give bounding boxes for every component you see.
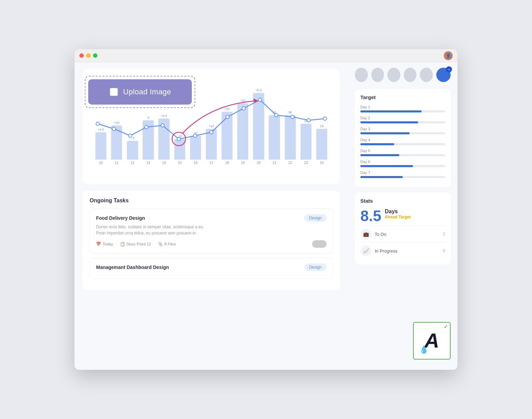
bar-label-bottom: 18 [225, 161, 229, 165]
avatar-row: ↗ [355, 68, 451, 82]
stat-item-count: 2 [443, 232, 445, 236]
day-bar-bg [360, 154, 445, 156]
bar-label-top: - 9 [131, 137, 134, 140]
stat-item: 📈In Progress0 [360, 242, 445, 259]
bar [316, 129, 327, 160]
target-section: Target Day 1Day 2Day 3Day 4Day 5Day 6Day… [355, 89, 451, 187]
user-avatar[interactable]: 👤 [444, 51, 453, 60]
bar-label-top: +4 5 [98, 128, 104, 132]
bar [253, 93, 264, 160]
bar [174, 139, 185, 160]
bar-label-top: 18 [320, 125, 323, 128]
bar-label-top: 22 [304, 120, 308, 123]
task-header-2: Managemant Dashboard Design Design [96, 263, 327, 271]
bar-group: 2223 [298, 86, 314, 165]
bar-label-bottom: 20 [257, 161, 261, 165]
close-button[interactable] [79, 53, 84, 58]
upload-image-button[interactable]: Upload Image [88, 79, 192, 105]
day-label: Day 1 [360, 105, 445, 109]
bar [222, 112, 232, 160]
day-label: Day 2 [360, 116, 445, 120]
bar-label-bottom: 22 [288, 161, 292, 165]
task-tag-2[interactable]: Design [304, 263, 327, 271]
task-date: 📅 Today [96, 242, 113, 246]
bar [285, 115, 296, 160]
bar [143, 120, 154, 160]
bar-label-bottom: 15 [178, 161, 182, 165]
stat-item-label: To Do [375, 232, 386, 237]
bar-group: +2018 [219, 86, 235, 165]
maximize-button[interactable] [93, 53, 97, 58]
day-row: Day 3 [360, 127, 445, 134]
day-label: Day 5 [360, 149, 445, 153]
minimize-button[interactable] [86, 53, 91, 58]
day-row: Day 1 [360, 105, 445, 112]
stats-ahead-label: Ahead Target [385, 215, 411, 219]
main-area: +4 510+1011- 912913+5 014-10151016+1217+… [75, 62, 348, 370]
task-card-2: Managemant Dashboard Design Design [90, 258, 333, 279]
day-label: Day 6 [360, 160, 445, 164]
bar-label-top: -10 [177, 135, 182, 138]
task-story: 📋 Story Point 12 [120, 242, 151, 246]
image-icon [109, 87, 119, 97]
task-tag-1[interactable]: Design [304, 214, 327, 222]
task-files: 📎 8 Files [158, 242, 176, 246]
day-row: Day 5 [360, 149, 445, 156]
stats-number: 8.5 [360, 208, 381, 224]
day-bar-bg [360, 143, 445, 145]
bar [301, 124, 311, 160]
bar-label-bottom: 12 [131, 161, 134, 165]
bar-label-bottom: 10 [99, 161, 103, 165]
task-header-1: Food Delivery Design Design [96, 214, 327, 222]
avatar-accent-wrapper: ↗ [436, 68, 451, 82]
day-bar-fill [360, 132, 410, 134]
upload-overlay: Upload Image [85, 76, 195, 108]
bar-label-bottom: 21 [272, 161, 276, 165]
bar-group: +5 020 [251, 86, 266, 165]
task-title-1: Food Delivery Design [96, 215, 145, 221]
story-icon: 📋 [120, 242, 125, 246]
bar-label-top: +22 [240, 99, 245, 103]
bar-label-top: 9 [147, 116, 149, 120]
logo-overlay: A 💧 [413, 322, 451, 360]
browser-window: 👤 Upload Image [75, 49, 457, 370]
task-desc-1: Donec eros felis, sodales in semper vita… [96, 224, 327, 236]
files-icon: 📎 [158, 242, 163, 246]
bar-label-bottom: 14 [162, 161, 166, 165]
day-bar-fill [360, 154, 399, 156]
bar-group: 4521 [267, 86, 282, 165]
bar-label-bottom: 19 [241, 161, 245, 165]
day-bar-bg [360, 121, 445, 123]
tasks-section: Ongoing Tasks Food Delivery Design Desig… [83, 191, 340, 290]
day-bar-fill [360, 165, 413, 167]
avatar-2 [371, 68, 384, 82]
stat-item-icon: 📈 [360, 245, 371, 256]
bar-label-bottom: 13 [146, 161, 150, 165]
bar-label-top: 10 [194, 132, 197, 135]
stat-items: 💼To Do2📈In Progress0 [360, 226, 445, 259]
titlebar: 👤 [75, 49, 457, 62]
bar-label-top: +5 0 [161, 114, 167, 118]
stat-item: 💼To Do2 [360, 226, 445, 242]
day-bar-bg [360, 132, 445, 134]
day-bar-fill [360, 110, 422, 112]
bar-label-top: +5 0 [256, 89, 262, 92]
stats-title: Stats [360, 198, 445, 204]
bar-label-top: +10 [114, 121, 119, 125]
avatar-3 [387, 68, 400, 82]
bar-group: 1824 [314, 86, 330, 165]
task-card-1: Food Delivery Design Design Donec eros f… [90, 208, 333, 254]
day-bar-fill [360, 121, 418, 123]
traffic-lights [79, 53, 97, 58]
bar-label-top: +12 [209, 125, 214, 128]
browser-content: Upload Image +4 510+1011- 912913+5 014-1… [75, 62, 457, 370]
stat-item-count: 0 [443, 248, 445, 253]
day-label: Day 7 [360, 171, 445, 175]
bar [269, 115, 280, 160]
bar-group: +2219 [235, 86, 251, 165]
target-title: Target [360, 94, 445, 100]
task-toggle-1[interactable] [312, 240, 327, 248]
day-bar-fill [360, 176, 403, 178]
bar [95, 132, 106, 160]
stat-item-icon: 💼 [360, 229, 371, 240]
